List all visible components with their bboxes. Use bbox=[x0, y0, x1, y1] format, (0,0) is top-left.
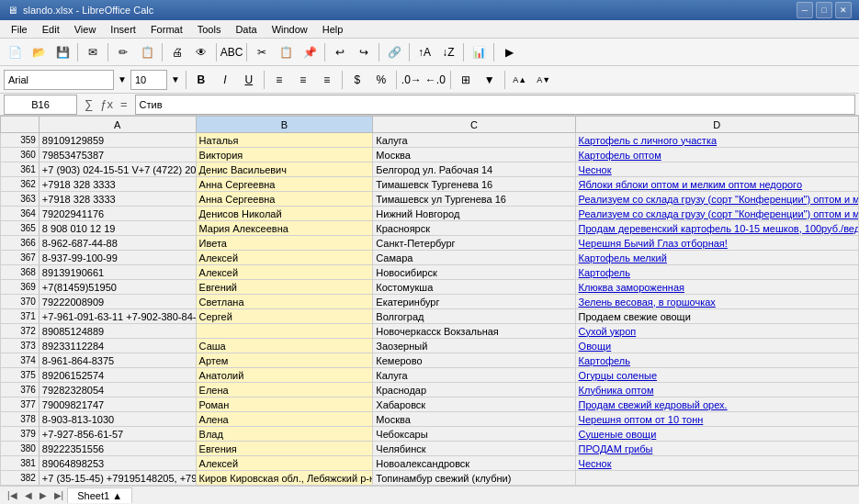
save-button[interactable]: 💾 bbox=[51, 41, 73, 63]
cell-B[interactable]: Саша bbox=[196, 339, 373, 353]
percent-button[interactable]: % bbox=[370, 69, 392, 91]
cell-B[interactable] bbox=[196, 324, 373, 339]
col-header-C[interactable]: C bbox=[373, 117, 575, 133]
cell-A[interactable]: 89139190661 bbox=[39, 265, 196, 280]
cell-A[interactable]: 8-962-687-44-88 bbox=[39, 236, 196, 251]
menu-data[interactable]: Data bbox=[228, 22, 264, 37]
cell-D[interactable]: Фрукты овощи с доставкой bbox=[575, 486, 858, 487]
cell-C[interactable]: Белгород ул. Рабочая 14 bbox=[373, 162, 575, 177]
cell-B[interactable]: Мария Алексеевна bbox=[196, 221, 373, 236]
formula-sum-icon[interactable]: ∑ bbox=[81, 97, 96, 111]
cell-D[interactable]: Продам свежий кедровый орех. bbox=[575, 398, 858, 412]
col-header-A[interactable]: A bbox=[39, 117, 196, 133]
cell-B[interactable]: Роман bbox=[196, 398, 373, 412]
cell-C[interactable]: Санкт-Петербург bbox=[373, 236, 575, 251]
cell-D[interactable]: Сухой укроп bbox=[575, 324, 858, 339]
cell-A[interactable]: 89085124889 bbox=[39, 324, 196, 339]
bg-color-button[interactable]: A▲ bbox=[509, 69, 531, 91]
cell-C[interactable]: Нижний Новгород bbox=[373, 207, 575, 221]
menu-edit[interactable]: Edit bbox=[35, 22, 67, 37]
cell-D[interactable]: Картофель мелкий bbox=[575, 251, 858, 265]
cell-B[interactable]: Артем bbox=[196, 353, 373, 368]
cell-C[interactable]: Тимашевск Тургенева 16 bbox=[373, 177, 575, 192]
minimize-button[interactable]: ─ bbox=[797, 2, 813, 18]
cell-B[interactable]: Виктория bbox=[196, 148, 373, 162]
cell-D[interactable]: Продам деревенский картофель 10-15 мешко… bbox=[575, 221, 858, 236]
cell-B[interactable]: Алексей bbox=[196, 265, 373, 280]
cell-D[interactable]: Реализуем со склада грузу (сорт "Конфере… bbox=[575, 192, 858, 207]
cell-A[interactable]: +7-961-091-63-11 +7-902-380-84-89 bbox=[39, 309, 196, 324]
more-button[interactable]: ▶ bbox=[498, 41, 520, 63]
close-button[interactable]: ✕ bbox=[835, 2, 852, 18]
formula-fx-icon[interactable]: ƒx bbox=[96, 97, 117, 111]
cell-B[interactable]: Алена bbox=[196, 412, 373, 427]
cell-C[interactable]: Калуга bbox=[373, 133, 575, 148]
cell-A[interactable]: +7918 328 3333 bbox=[39, 177, 196, 192]
formula-input[interactable] bbox=[135, 95, 855, 115]
cell-B[interactable]: Ивета bbox=[196, 236, 373, 251]
hyperlink-button[interactable]: 🔗 bbox=[383, 41, 405, 63]
size-dropdown-icon[interactable]: ▼ bbox=[169, 74, 182, 84]
col-header-B[interactable]: B bbox=[196, 117, 373, 133]
cell-C[interactable]: Хабаровск bbox=[373, 398, 575, 412]
cell-B[interactable]: Влад bbox=[196, 427, 373, 442]
cell-A[interactable]: 8-937-99-100-99 bbox=[39, 251, 196, 265]
cell-D[interactable]: Картофель оптом bbox=[575, 148, 858, 162]
export-pdf-button[interactable]: 📋 bbox=[136, 41, 158, 63]
cell-A[interactable]: 79202941176 bbox=[39, 207, 196, 221]
cell-C[interactable]: Челябинск bbox=[373, 442, 575, 456]
chart-button[interactable]: 📊 bbox=[468, 41, 490, 63]
copy-button[interactable]: 📋 bbox=[275, 41, 297, 63]
cell-C[interactable]: Калуга bbox=[373, 368, 575, 383]
new-button[interactable]: 📄 bbox=[4, 41, 26, 63]
cell-reference-input[interactable] bbox=[4, 95, 77, 115]
cell-C[interactable]: Новосибирск bbox=[373, 265, 575, 280]
cell-A[interactable]: +7 (35-15-45) +79195148205, +79127279 bbox=[39, 471, 196, 486]
cell-C[interactable]: Заозерный bbox=[373, 339, 575, 353]
cell-C[interactable]: Костомукша bbox=[373, 280, 575, 295]
cell-A[interactable]: 89064898253 bbox=[39, 456, 196, 471]
align-left-button[interactable]: ≡ bbox=[268, 69, 290, 91]
redo-button[interactable]: ↪ bbox=[353, 41, 375, 63]
cell-C[interactable]: Кемерово bbox=[373, 353, 575, 368]
cell-C[interactable]: Чебоксары bbox=[373, 427, 575, 442]
borders-dropdown[interactable]: ▼ bbox=[479, 69, 501, 91]
cell-D[interactable]: Черешня Бычий Глаз отборная! bbox=[575, 236, 858, 251]
cell-B[interactable]: Алексей bbox=[196, 251, 373, 265]
cell-D[interactable]: Реализуем со склада грузу (сорт "Конфере… bbox=[575, 207, 858, 221]
cell-B[interactable]: Елена bbox=[196, 383, 373, 398]
sheet-nav-first[interactable]: |◀ bbox=[4, 490, 21, 500]
cell-A[interactable]: 8 908 010 12 19 bbox=[39, 221, 196, 236]
spellcheck-button[interactable]: ABC bbox=[220, 41, 243, 63]
cell-A[interactable]: 89222351556 bbox=[39, 442, 196, 456]
cell-D[interactable]: Продаем свежие овощи bbox=[575, 309, 858, 324]
cell-C[interactable]: Москва bbox=[373, 412, 575, 427]
borders-button[interactable]: ⊞ bbox=[455, 69, 477, 91]
menu-format[interactable]: Format bbox=[143, 22, 190, 37]
font-size-input[interactable] bbox=[130, 70, 167, 90]
cell-D[interactable]: Огурцы соленые bbox=[575, 368, 858, 383]
print-button[interactable]: 🖨 bbox=[166, 41, 188, 63]
cell-C[interactable]: Тимашевск ул Тургенева 16 bbox=[373, 192, 575, 207]
cell-A[interactable]: +7 (903) 024-15-51 V+7 (4722) 20-08-61 bbox=[39, 162, 196, 177]
cell-C[interactable]: Москва bbox=[373, 148, 575, 162]
cell-D[interactable]: Клюква замороженная bbox=[575, 280, 858, 295]
cell-B[interactable]: Сергей bbox=[196, 309, 373, 324]
cell-D[interactable]: ПРОДАМ грибы bbox=[575, 442, 858, 456]
sheet-tab-1[interactable]: Sheet1 ▲ bbox=[67, 487, 132, 503]
open-button[interactable]: 📂 bbox=[28, 41, 50, 63]
menu-view[interactable]: View bbox=[67, 22, 104, 37]
cell-B[interactable]: Анна Сергеевна bbox=[196, 192, 373, 207]
cell-A[interactable]: +7(81459)51950 bbox=[39, 280, 196, 295]
cell-B[interactable]: Алексей bbox=[196, 486, 373, 487]
cell-D[interactable]: Сушеные овощи bbox=[575, 427, 858, 442]
cell-A[interactable]: 89109129859 bbox=[39, 133, 196, 148]
underline-button[interactable]: U bbox=[238, 69, 260, 91]
italic-button[interactable]: I bbox=[214, 69, 236, 91]
align-right-button[interactable]: ≡ bbox=[316, 69, 338, 91]
cell-A[interactable]: 79853475387 bbox=[39, 148, 196, 162]
cell-B[interactable]: Наталья bbox=[196, 133, 373, 148]
cell-D[interactable]: Картофель bbox=[575, 265, 858, 280]
sheet-nav-prev[interactable]: ◀ bbox=[21, 490, 36, 500]
cell-C[interactable]: Самара bbox=[373, 251, 575, 265]
